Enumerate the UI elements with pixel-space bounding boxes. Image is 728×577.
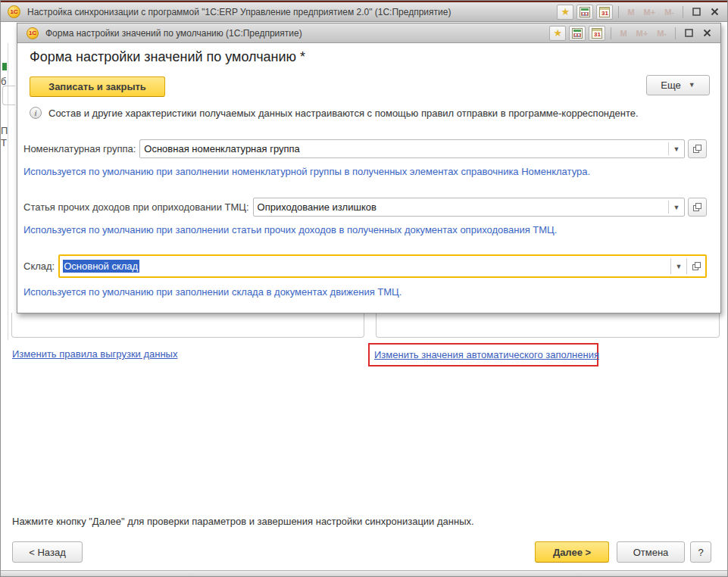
- other-income-item-row: Статья прочих доходов при оприходовании …: [23, 197, 707, 217]
- dropdown-arrow-icon[interactable]: ▼: [671, 256, 686, 276]
- warehouse-input[interactable]: Основной склад ▼: [58, 254, 707, 278]
- calculator-icon[interactable]: [569, 26, 586, 41]
- open-icon: [692, 262, 701, 270]
- nomenclature-group-hint: Используется по умолчанию при заполнении…: [23, 166, 705, 177]
- wizard-instruction-text: Нажмите кнопку "Далее" для проверки пара…: [12, 516, 474, 527]
- main-window-title: Настройка синхронизации с программой "1C…: [27, 7, 557, 17]
- favorites-star-icon[interactable]: ★: [549, 26, 566, 41]
- titlebar-separator: [683, 6, 683, 18]
- background-text-fragment: П: [1, 125, 8, 136]
- nomenclature-group-label: Номенклатурная группа:: [23, 143, 136, 154]
- other-income-item-label: Статья прочих доходов при оприходовании …: [23, 201, 249, 213]
- open-list-button[interactable]: [688, 198, 707, 217]
- defaults-form-dialog: 1С Форма настройки значений по умолчанию…: [17, 23, 721, 313]
- memory-m-button[interactable]: M: [624, 8, 637, 17]
- cancel-button[interactable]: Отмена: [617, 541, 685, 563]
- dialog-maximize-button[interactable]: [681, 26, 696, 41]
- dialog-titlebar-icons: ★ 31 M M+ M-: [549, 26, 714, 41]
- memory-m-button[interactable]: M: [617, 29, 630, 38]
- 1c-logo-icon: 1С: [8, 5, 20, 18]
- nomenclature-group-row: Номенклатурная группа: Основная номенкла…: [23, 139, 707, 159]
- memory-m-minus-button[interactable]: M-: [661, 8, 677, 17]
- main-window: 1С Настройка синхронизации с программой …: [0, 0, 728, 577]
- warehouse-row: Склад: Основной склад ▼: [23, 254, 707, 279]
- dialog-title: Форма настройки значений по умолчанию (1…: [45, 28, 549, 39]
- next-button[interactable]: Далее >: [535, 541, 609, 563]
- close-button[interactable]: [707, 5, 722, 20]
- window-bottom-edge: [0, 570, 728, 577]
- nomenclature-group-input[interactable]: Основная номенклатурная группа ▼: [139, 139, 685, 158]
- info-icon: i: [30, 107, 42, 119]
- memory-m-plus-button[interactable]: M+: [633, 29, 651, 38]
- memory-m-plus-button[interactable]: M+: [641, 8, 659, 17]
- change-autofill-values-link[interactable]: Изменить значения автоматического заполн…: [374, 349, 599, 360]
- dialog-heading: Форма настройки значений по умолчанию *: [30, 49, 305, 65]
- 1c-logo-icon: 1С: [27, 27, 39, 39]
- main-window-titlebar: 1С Настройка синхронизации с программой …: [0, 0, 728, 22]
- calendar-icon[interactable]: 31: [589, 26, 605, 41]
- dialog-body: Форма настройки значений по умолчанию * …: [17, 43, 720, 313]
- titlebar-separator: [611, 27, 611, 39]
- more-button[interactable]: Еще ▼: [646, 75, 710, 95]
- main-titlebar-icons: ★ 31 M M+ M-: [557, 5, 722, 20]
- other-income-item-hint: Используется по умолчанию при заполнении…: [23, 224, 705, 235]
- back-button[interactable]: < Назад: [12, 541, 83, 563]
- open-list-button[interactable]: [688, 139, 707, 158]
- info-message: i Состав и другие характеристики получае…: [30, 107, 705, 119]
- calculator-icon[interactable]: [576, 5, 593, 20]
- warehouse-label: Склад:: [23, 260, 55, 272]
- background-panel-corner: [2, 86, 15, 105]
- open-list-button[interactable]: [687, 256, 705, 276]
- dialog-titlebar: 1С Форма настройки значений по умолчанию…: [17, 23, 720, 43]
- favorites-star-icon[interactable]: ★: [557, 5, 573, 20]
- memory-m-minus-button[interactable]: M-: [654, 29, 670, 38]
- dropdown-arrow-icon[interactable]: ▼: [669, 140, 684, 158]
- warehouse-hint: Используется по умолчанию при заполнении…: [23, 286, 705, 298]
- background-fragment-green: [2, 63, 7, 70]
- background-text-fragment: б: [1, 76, 8, 87]
- help-button[interactable]: ?: [690, 541, 711, 563]
- titlebar-separator: [675, 27, 676, 39]
- change-export-rules-link[interactable]: Изменить правила выгрузки данных: [12, 348, 177, 360]
- chevron-down-icon: ▼: [689, 82, 695, 89]
- calendar-icon[interactable]: 31: [596, 5, 613, 20]
- save-and-close-button[interactable]: Записать и закрыть: [30, 76, 165, 97]
- maximize-button[interactable]: [689, 5, 704, 20]
- dropdown-arrow-icon[interactable]: ▼: [669, 198, 684, 216]
- selected-text: Основной склад: [63, 260, 139, 273]
- open-icon: [693, 145, 701, 153]
- export-rules-panel: [11, 313, 364, 338]
- autofill-values-panel: [376, 313, 720, 338]
- titlebar-separator: [618, 6, 619, 18]
- other-income-item-input[interactable]: Оприходование излишков ▼: [253, 198, 685, 217]
- open-icon: [693, 203, 701, 211]
- dialog-close-button[interactable]: [699, 26, 714, 41]
- background-text-fragment: Т: [1, 137, 8, 148]
